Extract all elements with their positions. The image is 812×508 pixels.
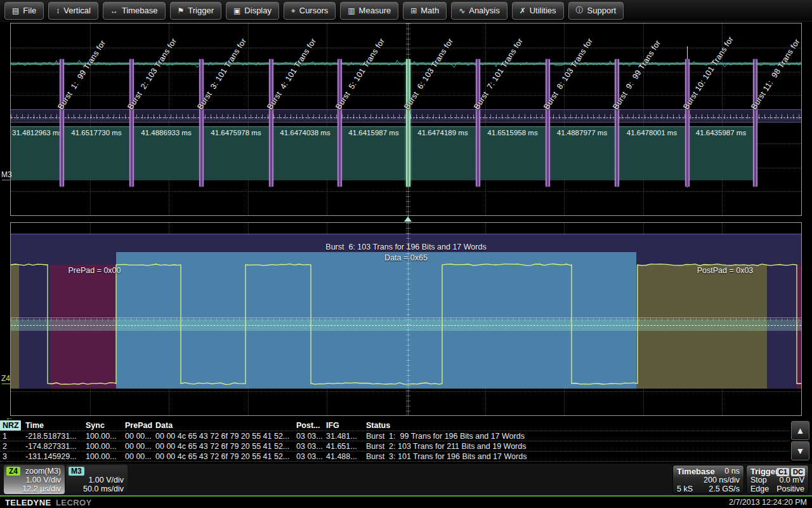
m3-tdiv: 50.0 ms/div xyxy=(83,485,124,493)
cell-nrz: 3 xyxy=(3,452,7,461)
trigger-level: 0.0 mV xyxy=(779,476,804,485)
measurement-value: 41.6474189 ms xyxy=(408,129,478,137)
decode-table: NRZTimeSyncPrePadDataPost...IFGStatus1-2… xyxy=(0,420,812,462)
burst-marker-4[interactable] xyxy=(269,59,273,187)
analysis-icon: ∿ xyxy=(459,6,465,15)
menu-bar: ▤File↕Vertical↔Timebase⚑Trigger▣Display⌖… xyxy=(0,0,812,22)
measurement-value: 41.6478001 ms xyxy=(617,129,687,137)
menu-label: Trigger xyxy=(188,6,214,15)
menu-label: File xyxy=(23,6,36,15)
burst-marker-2[interactable] xyxy=(129,59,134,187)
timebase-samples: 5 kS xyxy=(677,485,693,493)
measurement-cell: 41.6415987 ms xyxy=(339,127,408,180)
table-row-3[interactable]: 3-131.145929...100.00...00 00...00 00 4c… xyxy=(0,451,789,462)
burst-marker-9[interactable] xyxy=(615,59,619,187)
burst-marker-5[interactable] xyxy=(337,59,342,187)
burst-marker-7[interactable] xyxy=(476,59,480,187)
menu-label: Timebase xyxy=(122,6,158,15)
measurement-band: 31.4812963 ms41.6517730 ms41.4886933 ms4… xyxy=(11,126,755,180)
column-header-time[interactable]: Time xyxy=(25,421,44,430)
cell-sync: 100.00... xyxy=(86,432,117,441)
column-header-status[interactable]: Status xyxy=(366,421,390,430)
menu-label: Math xyxy=(421,6,439,15)
column-header-prepad[interactable]: PrePad xyxy=(125,421,152,430)
burst-marker-11[interactable] xyxy=(753,59,757,187)
z4-trace-label: Z4 xyxy=(1,374,10,383)
z4-descriptor-box[interactable]: Z4 zoom(M3) 1.00 V/div 12.2 µs/div xyxy=(4,465,65,494)
timebase-rate: 2.5 GS/s xyxy=(709,485,740,493)
scroll-down-button[interactable]: ▼ xyxy=(791,441,809,460)
z4-waveform-trace xyxy=(11,223,801,415)
table-row-2[interactable]: 2-174.827331...100.00...00 00...00 00 4c… xyxy=(0,441,789,451)
cell-time: -131.145929... xyxy=(25,452,77,461)
timebase-box[interactable]: Timebase 0 ns 200 ns/div 5 kS 2.5 GS/s xyxy=(672,465,744,494)
burst-marker-3[interactable] xyxy=(199,59,204,187)
measurement-cell: 41.6478001 ms xyxy=(617,127,687,180)
burst-marker-1[interactable] xyxy=(60,59,64,187)
cell-nrz: 1 xyxy=(3,432,7,441)
measurement-value: 41.6435987 ms xyxy=(687,129,755,137)
measurement-cell: 41.4886933 ms xyxy=(131,127,201,180)
m3-vdiv: 1.00 V/div xyxy=(88,476,124,485)
measurement-cell: 41.6474189 ms xyxy=(408,127,478,180)
menu-measure-button[interactable]: ▥Measure xyxy=(340,2,398,20)
measurement-value: 41.4887977 ms xyxy=(547,129,617,137)
menu-label: Measure xyxy=(359,6,391,15)
z4-tab[interactable]: Z4 xyxy=(6,467,20,476)
cell-time: -218.518731... xyxy=(25,432,77,441)
column-header-ifg[interactable]: IFG xyxy=(326,421,339,430)
trigger-position-marker[interactable] xyxy=(404,217,412,222)
menu-label: Cursors xyxy=(299,6,329,15)
trigger-box[interactable]: Trigger C1 DC Stop 0.0 mV Edge Positive xyxy=(746,465,809,494)
menu-vertical-button[interactable]: ↕Vertical xyxy=(48,2,98,20)
trigger-type: Edge xyxy=(750,485,769,493)
column-header-nrz[interactable]: NRZ xyxy=(3,421,19,430)
menu-label: Support xyxy=(587,6,617,15)
cell-data: 00 00 4c 65 43 72 6f 79 20 55 41 52... xyxy=(155,452,289,461)
menu-utilities-button[interactable]: ✗Utilities xyxy=(512,2,564,20)
menu-file-button[interactable]: ▤File xyxy=(4,2,44,20)
m3-descriptor-box[interactable]: M3 1.00 V/div 50.0 ms/div xyxy=(66,465,128,494)
measurement-value: 31.4812963 ms xyxy=(11,129,62,137)
menu-cursors-button[interactable]: ⌖Cursors xyxy=(284,2,336,20)
measurement-cell: 41.6474038 ms xyxy=(271,127,339,180)
cell-post: 03 03... xyxy=(296,442,323,451)
cell-time: -174.827331... xyxy=(25,442,77,451)
math-icon: ⊞ xyxy=(410,6,417,15)
menu-label: Utilities xyxy=(530,6,556,15)
timebase-icon: ↔ xyxy=(110,6,118,15)
burst-title-label: Burst 6: 103 Trans for 196 Bits and 17 W… xyxy=(11,243,801,251)
menu-math-button[interactable]: ⊞Math xyxy=(403,2,447,20)
cell-data: 00 00 4c 65 43 72 6f 79 20 55 41 52... xyxy=(155,432,289,441)
menu-support-button[interactable]: ⓘSupport xyxy=(568,2,624,20)
cell-data: 00 00 4c 65 43 72 6f 79 20 55 41 52... xyxy=(155,442,289,451)
scroll-up-button[interactable]: ▲ xyxy=(791,421,809,440)
utilities-icon: ✗ xyxy=(520,6,526,15)
column-header-post[interactable]: Post... xyxy=(296,421,320,430)
measurement-cell: 41.6517730 ms xyxy=(62,127,131,180)
m3-tab[interactable]: M3 xyxy=(69,467,84,476)
m3-grid[interactable]: 31.4812963 ms41.6517730 ms41.4886933 ms4… xyxy=(10,23,802,216)
support-icon: ⓘ xyxy=(576,5,584,16)
z4-tdiv: 12.2 µs/div xyxy=(22,485,61,493)
data-value-label: Data = 0x65 xyxy=(11,253,801,262)
z4-source: zoom(M3) xyxy=(25,467,61,476)
z4-grid[interactable]: Burst 6: 103 Trans for 196 Bits and 17 W… xyxy=(10,222,802,416)
column-header-sync[interactable]: Sync xyxy=(86,421,105,430)
menu-label: Display xyxy=(244,6,272,15)
menu-timebase-button[interactable]: ↔Timebase xyxy=(103,2,166,20)
column-header-data[interactable]: Data xyxy=(155,421,173,430)
burst-marker-10[interactable] xyxy=(685,59,690,187)
cell-ifg: 41.488... xyxy=(326,452,357,461)
burst-marker-6[interactable] xyxy=(406,59,410,187)
menu-trigger-button[interactable]: ⚑Trigger xyxy=(170,2,221,20)
menu-label: Analysis xyxy=(469,6,499,15)
measurement-value: 41.6517730 ms xyxy=(62,129,131,137)
cell-sync: 100.00... xyxy=(86,442,117,451)
table-row-1[interactable]: 1-218.518731...100.00...00 00...00 00 4c… xyxy=(0,431,789,441)
menu-display-button[interactable]: ▣Display xyxy=(226,2,279,20)
brand-teledyne: TELEDYNE xyxy=(5,498,51,507)
menu-analysis-button[interactable]: ∿Analysis xyxy=(451,2,507,20)
burst-marker-8[interactable] xyxy=(546,59,550,187)
cell-post: 03 03... xyxy=(296,452,323,461)
